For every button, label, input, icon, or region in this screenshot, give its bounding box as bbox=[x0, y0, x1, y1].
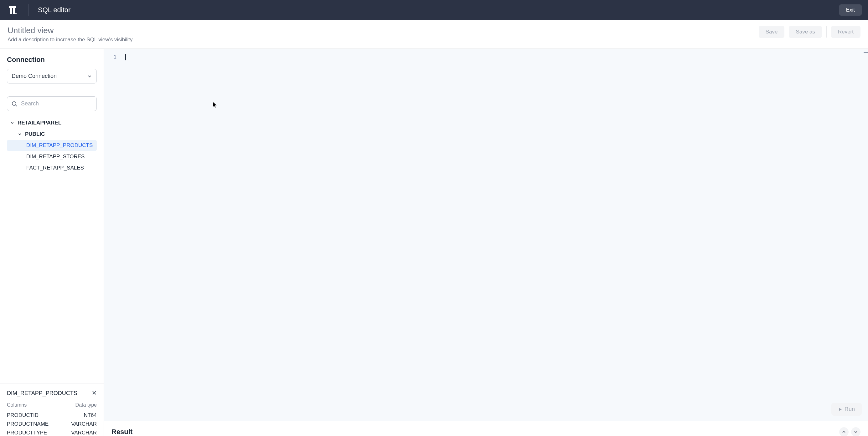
svg-point-3 bbox=[16, 13, 17, 14]
tree-table-stores[interactable]: DIM_RETAPP_STORES bbox=[7, 151, 97, 162]
line-number: 1 bbox=[114, 54, 117, 60]
column-row: PRODUCTNAME VARCHAR bbox=[7, 420, 97, 429]
column-name: PRODUCTID bbox=[7, 412, 38, 418]
column-type: VARCHAR bbox=[71, 430, 97, 436]
collapse-up-button[interactable] bbox=[839, 427, 848, 436]
app-logo[interactable] bbox=[6, 4, 19, 16]
run-button[interactable]: Run bbox=[831, 403, 862, 416]
run-label: Run bbox=[844, 406, 855, 412]
search-wrap bbox=[7, 96, 97, 111]
close-detail-button[interactable] bbox=[92, 389, 97, 397]
svg-rect-1 bbox=[10, 6, 12, 14]
connection-select[interactable]: Demo Connection bbox=[7, 69, 97, 83]
view-info: Untitled view Add a description to incre… bbox=[7, 26, 132, 43]
close-icon bbox=[92, 390, 97, 395]
column-name: PRODUCTNAME bbox=[7, 421, 49, 427]
sidebar: Connection Demo Connection RETAILAPPAREL… bbox=[0, 49, 104, 436]
header-divider bbox=[28, 4, 29, 16]
tree-schema-label: PUBLIC bbox=[25, 131, 45, 137]
result-panel: Result bbox=[104, 421, 868, 436]
column-type: VARCHAR bbox=[71, 421, 97, 427]
sidebar-top: Connection Demo Connection RETAILAPPAREL… bbox=[0, 49, 104, 383]
run-wrap: Run bbox=[831, 403, 862, 416]
collapse-down-button[interactable] bbox=[851, 427, 861, 436]
column-row: PRODUCTID INT64 bbox=[7, 411, 97, 420]
result-controls bbox=[839, 427, 861, 436]
exit-button[interactable]: Exit bbox=[839, 4, 862, 15]
view-title[interactable]: Untitled view bbox=[7, 26, 132, 35]
connection-heading: Connection bbox=[7, 56, 97, 64]
save-as-button[interactable]: Save as bbox=[789, 26, 822, 38]
subheader: Untitled view Add a description to incre… bbox=[0, 20, 868, 49]
action-divider bbox=[826, 26, 827, 37]
tree-database[interactable]: RETAILAPPAREL bbox=[7, 117, 97, 129]
app-header: SQL editor Exit bbox=[0, 0, 868, 20]
detail-table-name: DIM_RETAPP_PRODUCTS bbox=[7, 390, 78, 397]
datatype-label: Data type bbox=[75, 402, 97, 408]
main-content: Connection Demo Connection RETAILAPPAREL… bbox=[0, 49, 868, 436]
column-type: INT64 bbox=[82, 412, 97, 418]
action-buttons: Save Save as Revert bbox=[759, 26, 861, 38]
tree-table-label: DIM_RETAPP_STORES bbox=[26, 154, 85, 160]
line-gutter: 1 bbox=[104, 54, 122, 60]
header-left: SQL editor bbox=[6, 4, 70, 16]
tree-table-label: DIM_RETAPP_PRODUCTS bbox=[26, 142, 93, 148]
connection-selected-value: Demo Connection bbox=[11, 73, 57, 79]
code-line bbox=[125, 54, 126, 60]
chevron-down-icon bbox=[87, 74, 92, 79]
tree-table-label: FACT_RETAPP_SALES bbox=[26, 165, 84, 171]
columns-label: Columns bbox=[7, 402, 27, 408]
svg-point-4 bbox=[12, 102, 16, 105]
minimap-handle[interactable] bbox=[864, 52, 868, 53]
play-icon bbox=[838, 407, 842, 411]
search-icon bbox=[11, 101, 18, 107]
column-name: PRODUCTTYPE bbox=[7, 430, 47, 436]
revert-button[interactable]: Revert bbox=[831, 26, 861, 38]
detail-header: DIM_RETAPP_PRODUCTS bbox=[7, 389, 97, 397]
save-button[interactable]: Save bbox=[759, 26, 785, 38]
schema-tree: RETAILAPPAREL PUBLIC DIM_RETAPP_PRODUCTS… bbox=[7, 117, 97, 174]
code-editor[interactable]: 1 Run bbox=[104, 49, 868, 421]
tree-table-sales[interactable]: FACT_RETAPP_SALES bbox=[7, 162, 97, 174]
result-title: Result bbox=[112, 428, 132, 436]
chevron-down-icon bbox=[854, 430, 858, 434]
text-cursor bbox=[125, 54, 126, 60]
tree-database-label: RETAILAPPAREL bbox=[18, 120, 61, 126]
chevron-down-icon bbox=[10, 121, 14, 125]
view-description[interactable]: Add a description to increase the SQL vi… bbox=[7, 37, 132, 43]
tree-table-products[interactable]: DIM_RETAPP_PRODUCTS bbox=[7, 140, 97, 151]
editor-area: 1 Run Result bbox=[104, 49, 868, 436]
tree-schema[interactable]: PUBLIC bbox=[7, 129, 97, 140]
chevron-up-icon bbox=[842, 430, 846, 434]
table-detail-panel: DIM_RETAPP_PRODUCTS Columns Data type PR… bbox=[0, 383, 104, 436]
svg-rect-2 bbox=[13, 6, 15, 14]
search-input[interactable] bbox=[7, 96, 97, 111]
columns-header: Columns Data type bbox=[7, 402, 97, 408]
sidebar-divider bbox=[7, 90, 97, 90]
header-title: SQL editor bbox=[38, 6, 70, 14]
column-row: PRODUCTTYPE VARCHAR bbox=[7, 429, 97, 436]
chevron-down-icon bbox=[18, 132, 22, 136]
svg-rect-0 bbox=[9, 6, 16, 8]
